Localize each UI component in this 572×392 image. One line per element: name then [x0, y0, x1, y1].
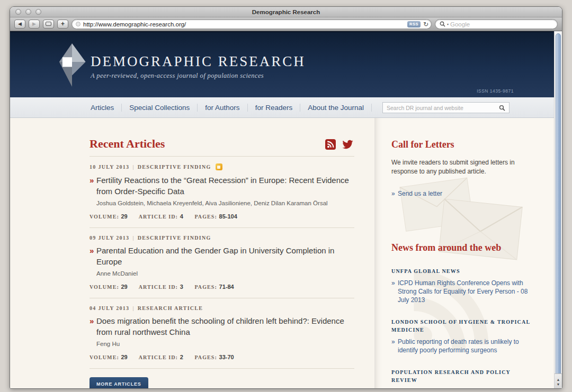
top-sites-button[interactable] — [43, 20, 54, 29]
article-date: 10 JULY 2013 — [90, 164, 129, 170]
bullet-icon: » — [90, 315, 94, 326]
nav-item-articles[interactable]: Articles — [91, 104, 122, 112]
highlight-badge-icon — [216, 163, 222, 170]
news-link[interactable]: »ICPD Human Rights Conference Opens with… — [391, 279, 534, 304]
article-category: DESCRIPTIVE FINDING — [138, 235, 211, 241]
article-date: 04 JULY 2013 — [90, 305, 129, 311]
article-category: RESEARCH ARTICLE — [138, 305, 203, 311]
article-category: DESCRIPTIVE FINDING — [138, 164, 211, 170]
browser-window: Demographic Research ◀ ▶ + RSS ↻ ▾ — [10, 6, 562, 389]
site-logo-icon — [51, 37, 91, 94]
site-header: DEMOGRAPHIC RESEARCH A peer-reviewed, op… — [10, 31, 554, 97]
site-tagline: A peer-reviewed, open-access journal of … — [91, 72, 306, 80]
news-source: LONDON SCHOOL OF HYGIENE & TROPICAL MEDI… — [391, 318, 534, 334]
article-item: 10 JULY 2013 | DESCRIPTIVE FINDING »Fert… — [90, 157, 354, 228]
browser-toolbar: ◀ ▶ + RSS ↻ ▾ — [10, 17, 562, 31]
rss-badge-button[interactable]: RSS — [407, 21, 421, 28]
article-authors: Anne McDaniel — [90, 270, 354, 277]
news-item: UNFPA GLOBAL NEWS »ICPD Human Rights Con… — [391, 267, 534, 304]
bullet-icon: » — [391, 279, 395, 287]
issn-label: ISSN 1435-9871 — [477, 88, 514, 94]
url-input[interactable] — [83, 21, 405, 28]
news-heading: News from around the web — [391, 242, 534, 253]
main-nav: Articles Special Collections for Authors… — [10, 97, 554, 118]
news-source: POPULATION RESEARCH AND POLICY REVIEW — [391, 368, 534, 384]
article-authors: Joshua Goldstein, Michaela Kreyenfeld, A… — [90, 200, 354, 206]
nav-item-for-authors[interactable]: for Authors — [198, 104, 247, 112]
favicon-icon — [76, 22, 81, 26]
rss-feed-icon[interactable] — [325, 139, 336, 150]
article-date: 09 JULY 2013 — [90, 235, 129, 241]
forward-button[interactable]: ▶ — [29, 20, 40, 29]
article-item: 09 JULY 2013 | DESCRIPTIVE FINDING »Pare… — [90, 228, 354, 298]
article-authors: Feng Hu — [90, 341, 354, 347]
article-title[interactable]: »Parental Education and the Gender Gap i… — [90, 245, 354, 267]
search-icon — [499, 105, 505, 111]
article-date-line: 04 JULY 2013 | RESEARCH ARTICLE — [90, 305, 354, 311]
call-for-letters-text: We invite readers to submit signed lette… — [391, 158, 534, 176]
bullet-icon: » — [90, 175, 94, 186]
page-content: Recent Articles 10 JULY 2013 | DESCRIPTI… — [10, 118, 554, 389]
refresh-icon[interactable]: ↻ — [423, 21, 428, 28]
window-title: Demographic Research — [10, 9, 562, 15]
bullet-icon: » — [90, 245, 94, 256]
page-viewport: DEMOGRAPHIC RESEARCH A peer-reviewed, op… — [10, 31, 562, 389]
bullet-icon: » — [391, 338, 395, 346]
news-link[interactable]: »Public reporting of death rates is unli… — [391, 338, 534, 354]
nav-item-for-readers[interactable]: for Readers — [248, 104, 301, 112]
article-date-line: 09 JULY 2013 | DESCRIPTIVE FINDING — [90, 235, 354, 241]
site-name: DEMOGRAPHIC RESEARCH — [91, 53, 306, 70]
article-title[interactable]: »Does migration benefit the schooling of… — [90, 315, 354, 338]
bullet-icon: » — [391, 189, 395, 198]
article-meta: VOLUME: 29 ARTICLE ID: 2 PAGES: 33-70 — [90, 354, 354, 360]
twitter-icon[interactable] — [341, 139, 354, 150]
scrollbar[interactable]: ▲ ▼ — [554, 31, 562, 389]
browser-search-input[interactable] — [450, 21, 553, 28]
site-search-input[interactable] — [387, 105, 497, 111]
window-titlebar: Demographic Research — [10, 7, 562, 17]
news-item: LONDON SCHOOL OF HYGIENE & TROPICAL MEDI… — [391, 318, 534, 354]
search-icon — [440, 21, 445, 27]
article-meta: VOLUME: 29 ARTICLE ID: 3 PAGES: 71-84 — [90, 284, 354, 290]
article-meta: VOLUME: 29 ARTICLE ID: 4 PAGES: 85-104 — [90, 213, 354, 220]
add-bookmark-button[interactable]: + — [57, 20, 68, 29]
article-item: 04 JULY 2013 | RESEARCH ARTICLE »Does mi… — [90, 298, 354, 369]
site-search-field[interactable] — [382, 102, 510, 113]
recent-articles-heading: Recent Articles — [90, 118, 165, 151]
search-dropdown-icon[interactable]: ▾ — [447, 22, 449, 26]
bullet-icon: » — [391, 388, 395, 389]
scrollbar-thumb[interactable] — [556, 33, 561, 376]
address-bar[interactable]: RSS ↻ — [72, 19, 432, 29]
pages-icon — [46, 22, 51, 26]
call-for-letters-heading: Call for Letters — [391, 118, 534, 150]
news-link[interactable]: »Research Note: What Counts as a House? … — [391, 388, 534, 389]
back-button[interactable]: ◀ — [14, 20, 25, 29]
news-source: UNFPA GLOBAL NEWS — [391, 267, 534, 275]
send-letter-link[interactable]: »Send us a letter — [391, 189, 534, 198]
article-title[interactable]: »Fertility Reactions to the “Great Reces… — [90, 175, 354, 197]
scroll-down-button[interactable]: ▼ — [557, 382, 560, 386]
scrollbar-arrows: ▲ ▼ — [555, 373, 562, 389]
nav-item-special-collections[interactable]: Special Collections — [122, 104, 198, 112]
news-item: POPULATION RESEARCH AND POLICY REVIEW »R… — [391, 368, 534, 389]
sidebar: Call for Letters We invite readers to su… — [374, 118, 554, 389]
nav-item-about-the-journal[interactable]: About the Journal — [300, 104, 372, 112]
more-articles-button[interactable]: MORE ARTICLES — [90, 377, 148, 389]
scroll-up-button[interactable]: ▲ — [557, 378, 560, 381]
main-column: Recent Articles 10 JULY 2013 | DESCRIPTI… — [10, 118, 374, 389]
browser-search-field[interactable]: ▾ — [435, 19, 558, 29]
article-date-line: 10 JULY 2013 | DESCRIPTIVE FINDING — [90, 163, 354, 170]
